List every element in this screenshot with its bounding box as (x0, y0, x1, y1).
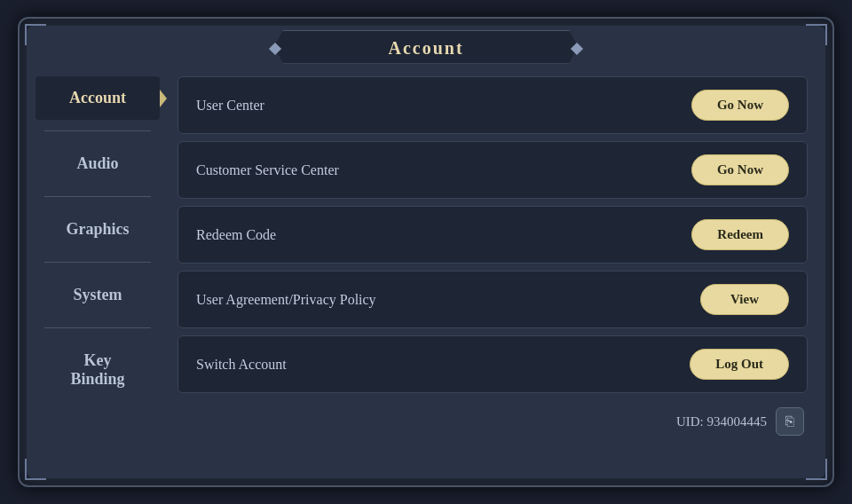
setting-row-customer-service: Customer Service Center Go Now (178, 141, 808, 199)
setting-row-redeem-code: Redeem Code Redeem (178, 206, 808, 264)
corner-decoration-bl (25, 459, 46, 480)
uid-label: UID: 934004445 (676, 414, 767, 429)
sidebar-item-account[interactable]: Account (36, 76, 160, 120)
sidebar: Account Audio Graphics System Key Bindin… (27, 67, 169, 478)
sidebar-divider-1 (44, 130, 151, 131)
setting-row-user-agreement: User Agreement/Privacy Policy View (178, 271, 808, 328)
uid-row: UID: 934004445 ⎘ (178, 400, 808, 439)
redeem-code-button[interactable]: Redeem (691, 219, 789, 250)
main-content: Account Audio Graphics System Key Bindin… (27, 67, 825, 478)
outer-frame: Account Account Audio Graphics Sy (18, 17, 834, 487)
setting-label-user-agreement: User Agreement/Privacy Policy (196, 292, 376, 308)
settings-panel: User Center Go Now Customer Service Cent… (169, 67, 825, 478)
sidebar-item-keybinding[interactable]: Key Binding (36, 339, 160, 401)
setting-row-user-center: User Center Go Now (178, 76, 808, 134)
sidebar-item-audio[interactable]: Audio (36, 142, 160, 185)
copy-icon: ⎘ (785, 413, 794, 429)
setting-row-switch-account: Switch Account Log Out (178, 335, 808, 393)
inner-frame: Account Account Audio Graphics Sy (27, 26, 825, 478)
title-diamond-right-icon (571, 42, 583, 54)
title-bar: Account (27, 26, 825, 67)
sidebar-divider-3 (44, 262, 151, 263)
sidebar-divider-4 (44, 327, 151, 328)
sidebar-item-graphics[interactable]: Graphics (36, 208, 160, 251)
customer-service-button[interactable]: Go Now (691, 154, 789, 185)
setting-label-user-center: User Center (196, 98, 264, 114)
switch-account-button[interactable]: Log Out (690, 349, 789, 380)
copy-uid-button[interactable]: ⎘ (776, 407, 804, 436)
page-title: Account (388, 38, 463, 59)
setting-label-switch-account: Switch Account (196, 357, 287, 373)
user-center-button[interactable]: Go Now (691, 90, 789, 121)
setting-label-redeem-code: Redeem Code (196, 227, 276, 243)
user-agreement-button[interactable]: View (700, 284, 789, 315)
sidebar-item-system[interactable]: System (36, 273, 160, 317)
title-diamond-left-icon (269, 42, 281, 54)
corner-decoration-br (806, 459, 827, 480)
setting-label-customer-service: Customer Service Center (196, 162, 339, 178)
sidebar-divider-2 (44, 196, 151, 197)
